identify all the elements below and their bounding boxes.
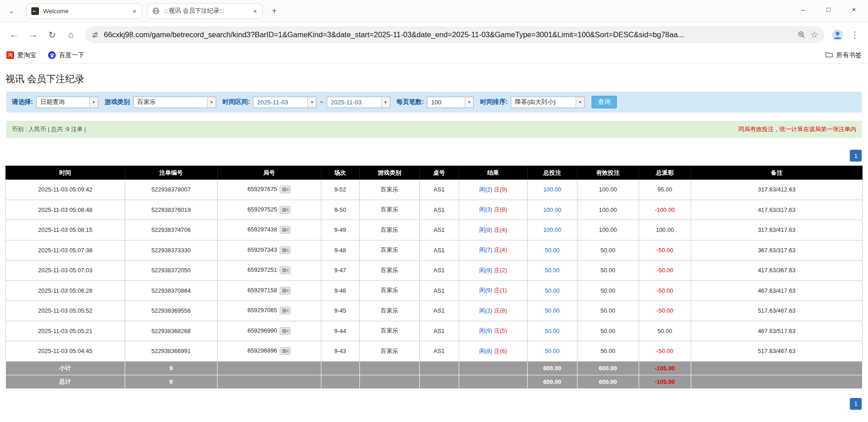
cell-session: 9-52 [321,180,359,200]
cell-round-id: 659297438 [217,220,321,240]
chevron-down-icon[interactable]: ▼ [307,97,316,108]
tab-close-icon[interactable]: × [252,7,258,15]
result-player: 闲(8) [479,226,492,233]
chevron-down-icon[interactable]: ▼ [89,97,98,108]
date-range-label: 时间区间: [223,98,250,106]
browser-menu-icon[interactable]: ⋮ [847,27,863,43]
query-mode-select[interactable]: 日期查询 ▼ [36,97,98,108]
minimize-icon[interactable]: – [795,2,811,16]
total-bet-link[interactable]: 100.00 [543,226,561,233]
summary-valid-bet: 600.00 [577,375,639,388]
close-window-icon[interactable]: × [846,2,862,16]
total-bet-link[interactable]: 100.00 [543,186,561,193]
url-bar[interactable]: 66cxkj98.com/game/betrecord_search/kind3… [85,26,824,43]
cell-time: 2025-11-03 05:09:42 [6,180,125,200]
per-page-select[interactable]: 100 ▼ [427,97,474,108]
cell-note: 517.63/467.63 [691,301,862,321]
back-icon[interactable]: ← [5,26,23,44]
tab-search-chevron-icon[interactable]: ⌄ [5,4,18,18]
total-bet-link[interactable]: 100.00 [543,206,561,213]
total-bet-link[interactable]: 50.00 [545,348,560,354]
video-replay-icon[interactable] [280,266,291,274]
cell-total-bet: 50.00 [527,240,577,260]
total-bet-link[interactable]: 50.00 [545,267,560,274]
url-text[interactable]: 66cxkj98.com/game/betrecord_search/kind3… [104,30,793,39]
total-bet-link[interactable]: 50.00 [545,247,560,254]
page-content: 视讯 会员下注纪录 请选择: 日期查询 ▼ 游戏类别 百家乐 ▼ 时间区间: 2… [0,64,868,422]
cell-valid-bet: 100.00 [577,220,639,240]
cell-note: 467.63/417.63 [691,280,862,301]
bet-record-row: 2025-11-03 05:06:28522938370864659297158… [6,280,863,301]
cell-game-type: 百家乐 [359,220,419,240]
summary-empty-cell [459,375,527,388]
payout-value: -50.00 [656,247,673,254]
summary-total-bet: 600.00 [527,375,577,388]
home-icon[interactable]: ⌂ [63,26,80,44]
game-type-select[interactable]: 百家乐 ▼ [133,97,216,108]
refresh-icon[interactable]: ↻ [44,26,61,44]
browser-tab-welcome[interactable]: Welcome × [26,3,142,19]
cell-bet-id: 522938378007 [125,180,217,200]
column-header-6: 结果 [459,166,527,180]
bet-record-row: 2025-11-03 05:07:38522938373330659297343… [6,240,863,260]
payout-value: -100.00 [655,206,675,213]
forward-icon[interactable]: → [24,26,42,44]
total-bet-link[interactable]: 50.00 [545,307,560,314]
result-banker: 庄(5) [494,327,507,334]
result-player: 闲(2) [479,186,492,193]
payout-value: -50.00 [656,267,673,274]
summary-empty-cell [691,375,862,388]
page-1-button[interactable]: 1 [850,150,862,162]
chevron-down-icon[interactable]: ▼ [576,97,584,108]
zoom-icon[interactable] [798,31,805,39]
chevron-down-icon[interactable]: ▼ [207,97,216,108]
bet-records-table: 时间注单编号局号场次游戏类别桌号结果总投注有效投注总派彩备注 2025-11-0… [5,166,863,389]
column-header-2: 局号 [217,166,321,180]
cell-bet-id: 522938368268 [125,321,217,341]
bookmark-taobao[interactable]: 淘 爱淘宝 [6,51,36,59]
video-replay-icon[interactable] [280,287,291,294]
video-replay-icon[interactable] [280,347,291,355]
search-button[interactable]: 查询 [592,96,617,108]
result-player: 闲(3) [479,206,492,213]
result-banker: 庄(1) [494,287,507,294]
profile-avatar-icon[interactable] [830,27,845,43]
payout-value: -50.00 [656,348,673,354]
bookmark-label: 百度一下 [59,51,84,59]
pagination-bottom: 1 [6,398,862,410]
cell-session: 9-48 [321,240,359,260]
new-tab-icon[interactable]: + [267,4,281,18]
all-bookmarks-button[interactable]: 所有书签 [825,51,862,59]
maximize-icon[interactable]: □ [821,2,836,16]
browser-tab-bet-records[interactable]: :::视讯 会员下注纪录::: × [147,3,263,19]
chevron-down-icon[interactable]: ▼ [381,97,390,108]
tab-close-icon[interactable]: × [131,7,137,15]
video-replay-icon[interactable] [280,226,291,234]
game-type-label: 游戏类别 [105,98,130,106]
subtotal-row: 小计9600.00600.00-105.00 [6,361,863,375]
video-replay-icon[interactable] [280,246,291,254]
summary-payout: -105.00 [639,375,691,388]
total-bet-link[interactable]: 50.00 [545,287,560,294]
bookmark-star-icon[interactable]: ☆ [810,29,818,40]
date-end-select[interactable]: 2025-11-03 ▼ [327,97,390,108]
video-replay-icon[interactable] [280,307,291,314]
chevron-down-icon[interactable]: ▼ [465,97,473,108]
result-banker: 庄(8) [494,206,507,213]
site-info-icon[interactable] [92,31,99,39]
bet-record-row: 2025-11-03 05:09:42522938378007659297675… [6,180,863,200]
video-replay-icon[interactable] [280,327,291,335]
date-start-select[interactable]: 2025-11-03 ▼ [253,97,316,108]
total-bet-link[interactable]: 50.00 [545,328,560,334]
cell-total-bet: 50.00 [527,341,577,362]
cell-round-id: 659297158 [217,280,321,301]
summary-empty-cell [217,375,321,388]
video-replay-icon[interactable] [280,206,291,214]
bookmark-baidu[interactable]: 百度一下 [48,51,84,59]
page-1-button[interactable]: 1 [850,398,862,410]
cell-payout: -50.00 [639,280,691,301]
video-replay-icon[interactable] [280,186,291,193]
sort-select[interactable]: 降幂(由大到小) ▼ [511,97,585,108]
result-banker: 庄(8) [494,307,507,314]
cell-valid-bet: 50.00 [577,240,639,260]
